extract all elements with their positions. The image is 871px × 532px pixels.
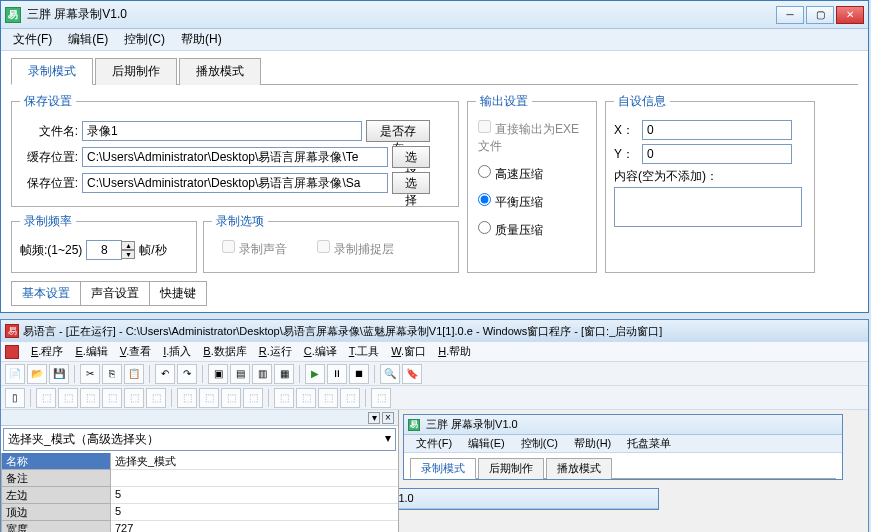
preview-menu-file[interactable]: 文件(F)	[408, 434, 460, 453]
preview-menu-tray[interactable]: 托盘菜单	[619, 434, 679, 453]
fps-down-icon[interactable]: ▼	[121, 250, 135, 259]
ide-menu-edit[interactable]: E.编辑	[69, 343, 113, 360]
menu-edit[interactable]: 编辑(E)	[60, 29, 116, 50]
layout2-icon[interactable]: ⬚	[58, 388, 78, 408]
fast-radio[interactable]: 高速压缩	[478, 165, 586, 183]
property-panel: ▾ × 选择夹_模式（高级选择夹） ▾ 名称选择夹_模式 备注 左边5 顶边5 …	[1, 410, 399, 532]
tool-icon[interactable]: ▣	[208, 364, 228, 384]
preview-tab-play[interactable]: 播放模式	[546, 458, 612, 479]
undo-icon[interactable]: ↶	[155, 364, 175, 384]
cache-input[interactable]	[82, 147, 388, 167]
redo-icon[interactable]: ↷	[177, 364, 197, 384]
tab-post[interactable]: 后期制作	[95, 58, 177, 85]
minimize-button[interactable]: ─	[776, 6, 804, 24]
paste-icon[interactable]: 📋	[124, 364, 144, 384]
subtab-hotkey[interactable]: 快捷键	[150, 281, 207, 306]
find-icon[interactable]: 🔍	[380, 364, 400, 384]
exists-button[interactable]: 是否存在	[366, 120, 430, 142]
cut-icon[interactable]: ✂	[80, 364, 100, 384]
prop-row[interactable]: 顶边5	[1, 504, 398, 521]
fps-up-icon[interactable]: ▲	[121, 241, 135, 250]
layout7-icon[interactable]: ⬚	[177, 388, 197, 408]
ide-menu-db[interactable]: B.数据库	[197, 343, 252, 360]
main-window: 易 三胖 屏幕录制V1.0 ─ ▢ ✕ 文件(F) 编辑(E) 控制(C) 帮助…	[0, 0, 869, 313]
filename-label: 文件名:	[20, 123, 78, 140]
layout13-icon[interactable]: ⬚	[318, 388, 338, 408]
ide-menu-tools[interactable]: T.工具	[343, 343, 386, 360]
savepath-select-button[interactable]: 选择	[392, 172, 430, 194]
fps-input[interactable]	[86, 240, 122, 260]
content-textarea[interactable]	[614, 187, 802, 227]
ide-menu-run[interactable]: R.运行	[253, 343, 298, 360]
layout-icon[interactable]: ⬚	[36, 388, 56, 408]
quality-radio[interactable]: 质量压缩	[478, 221, 586, 239]
layout4-icon[interactable]: ⬚	[102, 388, 122, 408]
layout12-icon[interactable]: ⬚	[296, 388, 316, 408]
fps-spinner[interactable]: ▲▼	[86, 240, 135, 260]
savepath-input[interactable]	[82, 173, 388, 193]
ide-menubar: E.程序 E.编辑 V.查看 I.插入 B.数据库 R.运行 C.编译 T.工具…	[1, 342, 868, 362]
pause-icon[interactable]: ⏸	[327, 364, 347, 384]
layout6-icon[interactable]: ⬚	[146, 388, 166, 408]
tab-record[interactable]: 录制模式	[11, 58, 93, 85]
filename-input[interactable]	[82, 121, 362, 141]
layout8-icon[interactable]: ⬚	[199, 388, 219, 408]
preview-menu-edit[interactable]: 编辑(E)	[460, 434, 513, 453]
ide-titlebar: 易 易语言 - [正在运行] - C:\Users\Administrator\…	[1, 320, 868, 342]
save-icon[interactable]: 💾	[49, 364, 69, 384]
prop-row[interactable]: 名称选择夹_模式	[1, 453, 398, 470]
close-button[interactable]: ✕	[836, 6, 864, 24]
object-selector[interactable]: 选择夹_模式（高级选择夹） ▾	[3, 428, 396, 451]
tool3-icon[interactable]: ▥	[252, 364, 272, 384]
y-input[interactable]	[642, 144, 792, 164]
maximize-button[interactable]: ▢	[806, 6, 834, 24]
sub-tabs: 基本设置 声音设置 快捷键	[11, 281, 858, 306]
preview-tab-record[interactable]: 录制模式	[410, 458, 476, 479]
ide-menu-window[interactable]: W.窗口	[385, 343, 432, 360]
open-icon[interactable]: 📂	[27, 364, 47, 384]
preview-menu-ctrl[interactable]: 控制(C)	[513, 434, 566, 453]
ide-menu-insert[interactable]: I.插入	[157, 343, 197, 360]
prop-row[interactable]: 备注	[1, 470, 398, 487]
tool4-icon[interactable]: ▦	[274, 364, 294, 384]
ide-body: ▾ × 选择夹_模式（高级选择夹） ▾ 名称选择夹_模式 备注 左边5 顶边5 …	[1, 410, 868, 532]
subtab-basic[interactable]: 基本设置	[11, 281, 81, 306]
layout14-icon[interactable]: ⬚	[340, 388, 360, 408]
layout5-icon[interactable]: ⬚	[124, 388, 144, 408]
layout3-icon[interactable]: ⬚	[80, 388, 100, 408]
menu-file[interactable]: 文件(F)	[5, 29, 60, 50]
copy-icon[interactable]: ⎘	[102, 364, 122, 384]
designer-preview-window[interactable]: 易 三胖 屏幕录制V1.0 文件(F) 编辑(E) 控制(C) 帮助(H) 托盘…	[403, 414, 843, 480]
ide-menu-program[interactable]: E.程序	[25, 343, 69, 360]
prop-row[interactable]: 宽度727	[1, 521, 398, 532]
bookmark-icon[interactable]: 🔖	[402, 364, 422, 384]
subtab-sound[interactable]: 声音设置	[81, 281, 150, 306]
menu-help[interactable]: 帮助(H)	[173, 29, 230, 50]
tab-play[interactable]: 播放模式	[179, 58, 261, 85]
cache-select-button[interactable]: 选择	[392, 146, 430, 168]
runtime-window[interactable]: 易 三胖 屏幕录制V1.0	[399, 488, 659, 510]
preview-menubar: 文件(F) 编辑(E) 控制(C) 帮助(H) 托盘菜单	[404, 435, 842, 453]
layout15-icon[interactable]: ⬚	[371, 388, 391, 408]
menu-control[interactable]: 控制(C)	[116, 29, 173, 50]
x-input[interactable]	[642, 120, 792, 140]
preview-tab-post[interactable]: 后期制作	[478, 458, 544, 479]
tool2-icon[interactable]: ▤	[230, 364, 250, 384]
prop-row[interactable]: 左边5	[1, 487, 398, 504]
ide-menu-view[interactable]: V.查看	[114, 343, 157, 360]
align-left-icon[interactable]: ▯	[5, 388, 25, 408]
new-icon[interactable]: 📄	[5, 364, 25, 384]
panel-pin-icon[interactable]: ▾	[368, 412, 380, 424]
preview-menu-help[interactable]: 帮助(H)	[566, 434, 619, 453]
panel-close-icon[interactable]: ×	[382, 412, 394, 424]
ide-window: 易 易语言 - [正在运行] - C:\Users\Administrator\…	[0, 319, 869, 532]
stop-icon[interactable]: ⏹	[349, 364, 369, 384]
layout11-icon[interactable]: ⬚	[274, 388, 294, 408]
balance-radio[interactable]: 平衡压缩	[478, 193, 586, 211]
ide-menu-compile[interactable]: C.编译	[298, 343, 343, 360]
layout9-icon[interactable]: ⬚	[221, 388, 241, 408]
layout10-icon[interactable]: ⬚	[243, 388, 263, 408]
content-label: 内容(空为不添加)：	[614, 168, 806, 185]
ide-menu-help[interactable]: H.帮助	[432, 343, 477, 360]
run-icon[interactable]: ▶	[305, 364, 325, 384]
